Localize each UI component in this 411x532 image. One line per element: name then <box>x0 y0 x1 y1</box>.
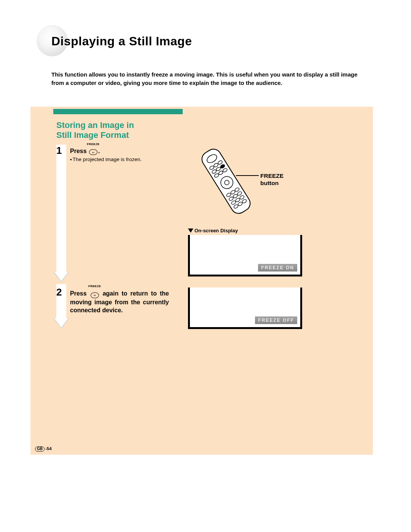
remote-svg-icon <box>188 143 264 219</box>
page-title: Displaying a Still Image <box>51 34 192 48</box>
intro-paragraph: This function allows you to instantly fr… <box>51 70 360 87</box>
press-label: Press <box>70 290 87 297</box>
callout-line2: button <box>260 180 279 186</box>
step-1-instruction: Press FREEZE ▭ . <box>70 148 100 155</box>
osd-freeze-off-tag: FREEZE OFF <box>255 316 297 324</box>
osd-freeze-on-tag: FREEZE ON <box>258 264 297 272</box>
bullet-dot-icon: • <box>70 157 72 162</box>
manual-page: Displaying a Still Image This function a… <box>0 0 411 532</box>
press-label: Press <box>70 148 87 154</box>
remote-control-illustration <box>188 143 264 219</box>
freeze-button-icon: FREEZE ▭ <box>89 148 97 155</box>
step-1-bullet: •The projected image is frozen. <box>70 157 142 162</box>
region-badge: GB <box>35 446 45 452</box>
osd-freeze-on-box: FREEZE ON <box>188 235 302 276</box>
subheading-line2: Still Image Format <box>56 130 129 140</box>
freeze-button-callout: FREEZE button <box>260 172 284 187</box>
page-footer: GB-54 <box>35 446 52 452</box>
step-arrow-icon <box>56 145 66 273</box>
step-2-instruction: Press FREEZE ▭ again to return to the mo… <box>70 289 169 315</box>
step-number-2: 2 <box>56 286 62 298</box>
remote-key-icon: ▭ <box>91 292 99 298</box>
subheading-line1: Storing an Image in <box>56 120 134 130</box>
step-number-1: 1 <box>56 145 62 157</box>
step-1-bullet-text: The projected image is frozen. <box>73 157 142 162</box>
section-subheading: Storing an Image in Still Image Format <box>56 120 134 141</box>
freeze-button-icon: FREEZE ▭ <box>91 290 99 298</box>
osd-freeze-off-box: FREEZE OFF <box>188 288 302 329</box>
osd-label-text: On-screen Display <box>194 228 238 233</box>
callout-line-icon <box>236 175 259 176</box>
page-number: -54 <box>45 446 52 451</box>
triangle-down-icon <box>188 228 193 233</box>
svg-rect-0 <box>199 146 253 216</box>
section-accent-bar <box>53 109 183 114</box>
on-screen-display-label: On-screen Display <box>188 228 238 233</box>
freeze-icon-label: FREEZE <box>88 284 101 289</box>
remote-key-icon: ▭ <box>89 149 97 155</box>
callout-line1: FREEZE <box>260 173 284 179</box>
period: . <box>98 148 100 154</box>
freeze-icon-label: FREEZE <box>87 142 99 146</box>
